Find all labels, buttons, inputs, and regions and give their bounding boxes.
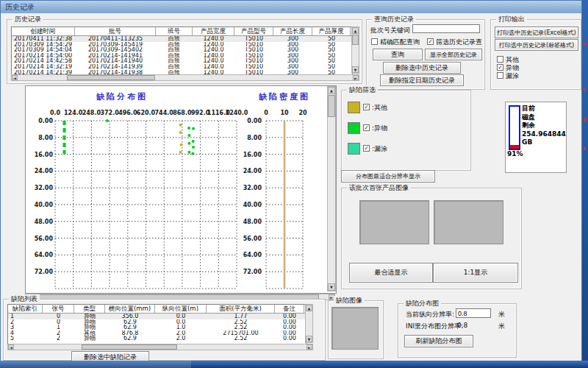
window-client-area: 历史记录 创建时间批号班号产品宽度产品型号产品长度产品厚度 20170411 1… [1,13,581,361]
query-group: 查询历史记录 批次号关键词 精确匹配查询 ✓ 筛选历史记录查 查询 显示全部历史… [366,19,485,90]
svg-text:16.00: 16.00 [35,152,54,158]
best-fit-display-button[interactable]: 最合适显示 [349,263,433,283]
disk-percent-label: 91% [507,150,523,158]
legend-misscoat-label: :漏涂 [372,144,387,154]
disk-gauge-panel: 91% 目前 磁盘 剩余 254.964844 GB [505,102,567,173]
history-table[interactable]: 创建时间批号班号产品宽度产品型号产品长度产品厚度 20170411 11:32:… [11,26,353,75]
disk-gauge-bar [509,105,520,150]
defect-vscrollbar[interactable]: ▲ ▼ [305,304,313,343]
desktop-icon-fragment [584,147,586,150]
print-foreign-checkbox[interactable]: ✓ [497,64,503,71]
taskbar[interactable] [0,361,588,368]
fit-resolution-button[interactable]: 分布图最适合分辨率显示 [341,170,435,183]
column-header[interactable]: 张号 [43,305,74,313]
scroll-thumb[interactable] [82,344,177,350]
svg-text:40.00: 40.00 [35,202,54,208]
foreign-color-swatch [348,122,360,134]
query-group-title: 查询历史记录 [372,15,416,24]
defect-table[interactable]: 缺陷索引张号类型横向位置(mm)纵向位置(m)面积(平方毫米)备注 10异物35… [7,304,306,344]
scroll-up-icon[interactable]: ▲ [352,27,359,34]
table-row[interactable]: 10异物356.00.01.770.00 [8,314,306,319]
column-header[interactable]: 面积(平方毫米) [207,305,275,313]
table-row[interactable]: 52异物62.92.02.520.00 [8,336,306,342]
history-vscrollbar[interactable]: ▲ ▼ [351,26,359,74]
refresh-distribution-button[interactable]: 刷新缺陷分布图 [404,335,473,347]
scroll-down-icon[interactable]: ▼ [352,66,359,73]
current-res-input[interactable] [456,308,491,318]
column-header[interactable]: 横向位置(mm) [105,305,155,313]
svg-text:56.00: 56.00 [243,236,262,242]
table-row[interactable]: 42其他876.82.02715701.000.00 [8,330,306,336]
table-row[interactable]: 20170214 14:54:0020170214-141941白班1240.0… [12,53,352,59]
legend-misscoat-checkbox[interactable]: ✓ [363,145,370,152]
delete-by-date-history-button[interactable]: 删除指定日期历史记录 [380,74,464,86]
scroll-down-icon[interactable]: ▼ [328,283,335,291]
table-row[interactable]: 20异物62.90.02.520.00 [8,319,306,325]
show-all-history-button[interactable]: 显示全部历史记录 [425,49,482,60]
svg-text:48.00: 48.00 [35,219,54,225]
svg-text:56.00: 56.00 [35,236,54,242]
table-row[interactable]: 20170309 14:54:0420170309-145402白班1240.0… [12,47,352,53]
legend-foreign-checkbox[interactable]: ✓ [363,124,370,131]
svg-text:620.0: 620.0 [137,110,156,116]
print-label-button[interactable]: 打印选中历史记录(标签格式) [495,39,578,51]
misscoat-color-swatch [348,143,360,155]
column-header[interactable]: 创建时间 [12,27,75,35]
print-misscoat-checkbox[interactable] [497,72,503,79]
scroll-left-icon[interactable]: ◄ [8,344,14,350]
scroll-thumb[interactable] [67,75,155,80]
print-other-checkbox[interactable] [497,56,503,63]
column-header[interactable]: 批号 [75,27,156,35]
svg-text:16.00: 16.00 [243,152,262,158]
legend-other-checkbox[interactable]: ✓ [363,104,370,110]
batch-keyword-input[interactable] [412,24,480,33]
svg-text:0.0: 0.0 [50,110,61,116]
table-row[interactable]: 20170309 14:54:2920170309-145419白班1240.0… [12,42,352,48]
delete-selected-history-button[interactable]: 删除选中历史记录 [383,62,461,74]
column-header[interactable]: 备注 [275,305,304,313]
svg-text:8.00: 8.00 [38,135,53,141]
window-titlebar[interactable]: 历史记录 [1,1,581,13]
column-header[interactable]: 产品长度 [273,27,312,35]
chart-vscrollbar[interactable]: ▲ ▼ [327,86,336,291]
column-header[interactable]: 班号 [156,27,193,35]
column-header[interactable]: 类型 [74,305,105,313]
column-header[interactable]: 纵向位置(m) [155,305,207,313]
svg-text:10: 10 [280,110,289,116]
scroll-thumb[interactable] [352,35,359,45]
filter-history-checkbox[interactable]: ✓ [427,38,434,45]
one-to-one-display-button[interactable]: 1:1显示 [433,263,518,283]
table-row[interactable]: 20170214 14:42:5820170214-141940白班1240.0… [12,58,352,64]
defect-charts: 0.0124.0248.0372.0496.0620.0744.0868.099… [26,87,326,291]
column-header[interactable]: 产品厚度 [312,27,351,35]
defect-table-header: 缺陷索引张号类型横向位置(mm)纵向位置(m)面积(平方毫米)备注 [8,305,306,314]
scroll-left-icon[interactable]: ◄ [12,75,18,80]
column-header[interactable]: 产品型号 [234,27,273,35]
table-row[interactable]: 31异物62.91.02.520.00 [8,325,306,330]
svg-text:24.00: 24.00 [35,168,54,174]
print-misscoat-label: 漏涂 [506,71,519,81]
defect-list-group: 缺陷列表 缺陷索引张号类型横向位置(mm)纵向位置(m)面积(平方毫米)备注 1… [3,299,326,361]
history-hscrollbar[interactable]: ◄ ► [11,74,359,81]
query-button[interactable]: 查询 [373,49,423,60]
scroll-right-icon[interactable]: ► [353,75,359,80]
table-row[interactable]: 20170214 14:32:1920170214-141939白班1240.0… [12,64,352,70]
scroll-up-icon[interactable]: ▲ [328,87,335,94]
scroll-up-icon[interactable]: ▲ [306,305,312,311]
svg-text:0.00: 0.00 [38,118,53,124]
column-header[interactable]: 产品宽度 [193,27,234,35]
exact-match-checkbox[interactable] [371,38,378,45]
product-image-group: 该批次首张产品图像 最合适显示 1:1显示 [341,188,522,289]
dist-settings-group: 缺陷分布图 当前纵向分辨率: 米 INI里分布图分辨率: 0.8 米 刷新缺陷分… [398,303,517,358]
scroll-down-icon[interactable]: ▼ [306,336,312,342]
scroll-thumb[interactable] [328,95,335,117]
history-table-header: 创建时间批号班号产品宽度产品型号产品长度产品厚度 [12,27,352,36]
defect-filter-title: 缺陷筛选 [347,85,378,95]
desktop-edge [582,0,588,368]
defect-hscrollbar[interactable]: ◄ ► [7,344,313,350]
print-excel-button[interactable]: 打印选中历史记录(Excel格式) [495,26,578,38]
scroll-right-icon[interactable]: ► [306,344,312,350]
table-row[interactable]: 20170411 11:32:3820170411-113235白班1240.0… [12,36,352,42]
svg-text:64.00: 64.00 [243,252,262,258]
column-header[interactable]: 缺陷索引 [8,305,43,313]
